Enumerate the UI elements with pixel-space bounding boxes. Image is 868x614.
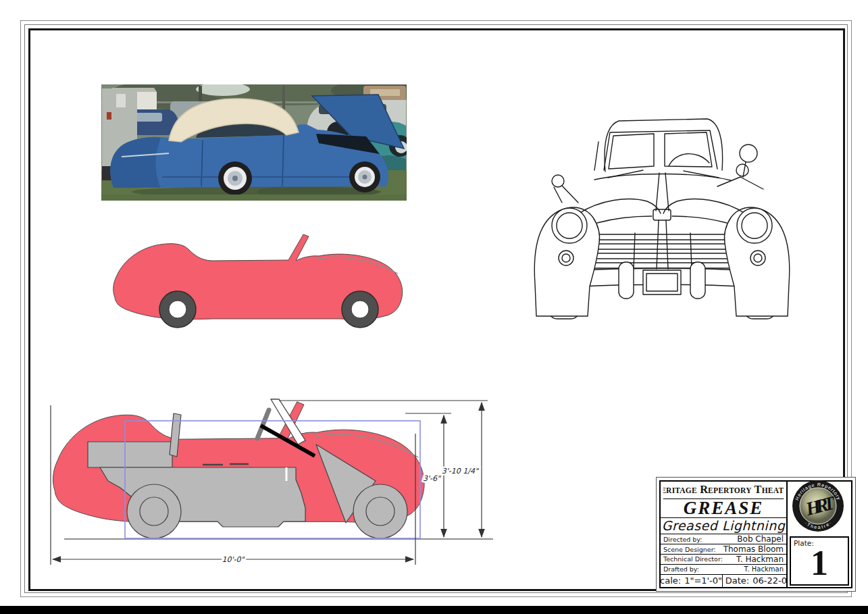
date-value: 06-22-01 [752, 575, 786, 586]
credit-label: Drafted by: [663, 565, 699, 573]
dim-overall-length: 10'-0" [222, 555, 245, 564]
hrt-logo: Heritage Repertory · T h e a t r e · HRT [792, 480, 844, 532]
silhouette-rear-wheel [159, 291, 196, 328]
scale-label: Scale: [661, 575, 681, 586]
piece-title: Greased Lightning [661, 518, 786, 535]
plate-cell: Plate: 1 [790, 536, 849, 586]
photo-car-front-wheel [349, 161, 380, 193]
cart-steering-column [257, 410, 269, 438]
cart-rear-wheel [127, 484, 181, 538]
show-title: GREASE [661, 499, 786, 518]
dim-cart-height: 3'-6" [423, 474, 442, 483]
plate-number: 1 [791, 543, 848, 584]
credit-directed-by: Directed by: Bob Chapel [661, 534, 786, 544]
title-block-left-column: Heritage Repertory Theatre GREASE Grease… [661, 482, 788, 587]
credit-drafted-by: Drafted by: T. Hackman [661, 565, 786, 575]
scale-date-row: Scale: 1"=1'-0" Date: 06-22-01 [661, 575, 786, 587]
dim-overall-height: 3'-10 1/4" [442, 467, 480, 476]
reference-photo [101, 84, 407, 201]
scale-cell: Scale: 1"=1'-0" [661, 575, 723, 587]
photo-car-rear-wheel [218, 161, 252, 195]
date-label: Date: [725, 575, 749, 586]
front-spotlight-right [717, 145, 763, 189]
drafting-sheet: 3'-6" 3'-10 1/4" 10'-0" Heritage Reperto… [0, 0, 868, 614]
credit-value: Bob Chapel [737, 534, 784, 544]
title-block-right-column: Heritage Repertory · T h e a t r e · HRT… [788, 482, 851, 587]
front-mirror-left [552, 175, 578, 203]
credit-value: Thomas Bloom [723, 544, 784, 554]
credit-value: T. Hackman [736, 555, 784, 564]
cart-rear-box [88, 442, 172, 467]
credit-technical-director: Technical Director: T. Hackman [661, 555, 786, 565]
credit-value: T. Hackman [744, 565, 784, 573]
car-silhouette-drawing [110, 228, 411, 336]
photo-grass-foreground [101, 195, 407, 201]
cart-front-wheel [353, 484, 407, 538]
title-block: Heritage Repertory Theatre GREASE Grease… [656, 477, 856, 592]
front-cab-windshield [594, 119, 731, 180]
credit-label: Technical Director: [663, 555, 723, 563]
date-cell: Date: 06-22-01 [723, 575, 786, 587]
technical-drawing: 3'-6" 3'-10 1/4" 10'-0" [39, 373, 519, 575]
front-elevation-drawing [530, 107, 795, 330]
credit-scene-designer: Scene Designer: Thomas Bloom [661, 544, 786, 555]
silhouette-front-wheel [342, 291, 378, 328]
scan-edge-bar [0, 606, 868, 614]
theatre-name: Heritage Repertory Theatre [663, 482, 784, 499]
scale-value: 1"=1'-0" [684, 575, 722, 586]
credit-label: Directed by: [663, 536, 703, 543]
credit-label: Scene Designer: [663, 546, 716, 553]
title-block-inner: Heritage Repertory Theatre GREASE Grease… [659, 480, 852, 588]
